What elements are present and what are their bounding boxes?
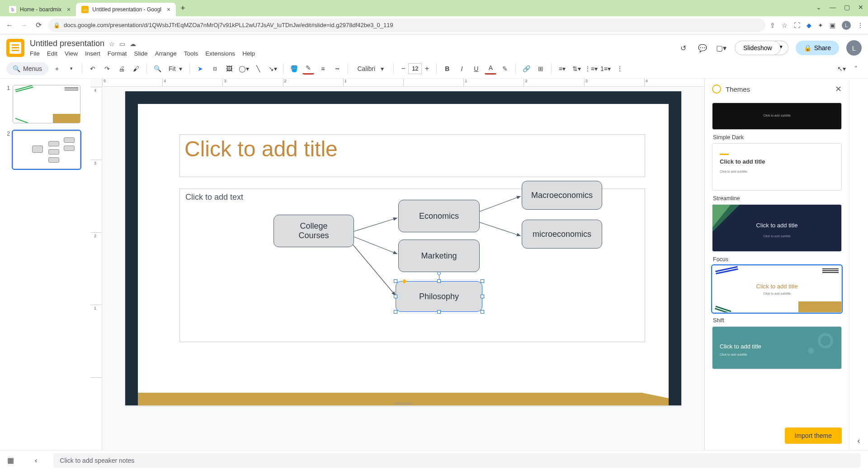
font-decrease-button[interactable]: − xyxy=(398,63,408,74)
node-macroeconomics[interactable]: Macroeconomics xyxy=(522,181,602,210)
import-theme-button[interactable]: Import theme xyxy=(785,428,842,444)
node-marketing[interactable]: Marketing xyxy=(398,240,480,272)
menu-insert[interactable]: Insert xyxy=(85,50,100,57)
line-spacing-icon[interactable]: ⇅▾ xyxy=(571,63,582,75)
camera-icon[interactable]: ⛶ xyxy=(794,22,800,29)
document-title[interactable]: Untitled presentation xyxy=(30,39,104,48)
zoom-icon[interactable]: 🔍 xyxy=(151,63,163,75)
comment-icon[interactable]: ⊞ xyxy=(535,63,547,75)
collapse-toolbar-icon[interactable]: ˄ xyxy=(850,63,862,75)
border-weight-icon[interactable]: ≡ xyxy=(317,63,329,75)
undo-icon[interactable]: ↶ xyxy=(87,63,99,75)
highlight-icon[interactable]: ✎ xyxy=(499,63,511,75)
select-tool-icon[interactable]: ➤ xyxy=(194,63,206,75)
theme-card-simple-dark[interactable]: Click to add subtitle xyxy=(712,103,842,130)
menus-search[interactable]: 🔍 Menus xyxy=(6,62,48,75)
move-icon[interactable]: ▭ xyxy=(119,40,125,47)
tab-close-icon[interactable]: × xyxy=(67,6,71,13)
tab-boardmix[interactable]: b Home - boardmix × xyxy=(4,3,76,16)
star-outline-icon[interactable]: ☆ xyxy=(109,40,115,47)
theme-card-teal[interactable]: Click to add title Click to add subtitle xyxy=(712,326,842,369)
chevron-down-icon[interactable]: ⌄ xyxy=(816,4,821,11)
slide-thumbnail-1[interactable] xyxy=(13,85,80,123)
share-button[interactable]: 🔒 Share xyxy=(796,41,839,55)
collapse-thumbs-icon[interactable]: ‹ xyxy=(35,456,37,465)
menu-extensions[interactable]: Extensions xyxy=(205,50,235,57)
new-tab-button[interactable]: + xyxy=(180,4,185,13)
node-economics[interactable]: Economics xyxy=(398,200,480,232)
node-philosophy[interactable]: Philosophy xyxy=(396,281,482,312)
cloud-icon[interactable]: ☁ xyxy=(130,40,136,47)
textbox-icon[interactable]: ⧈ xyxy=(209,63,221,75)
font-select[interactable]: Calibri ▾ xyxy=(353,64,389,73)
window-maximize-icon[interactable]: ▢ xyxy=(844,4,850,11)
profile-icon[interactable]: L xyxy=(842,21,851,30)
slide-canvas[interactable]: Click to add title Click to add text Col… xyxy=(125,91,681,405)
connector-icon[interactable]: ↘▾ xyxy=(267,63,278,75)
side-panel-icon[interactable]: ▣ xyxy=(830,22,835,29)
image-icon[interactable]: 🖼 xyxy=(223,63,235,75)
history-icon[interactable]: ↺ xyxy=(678,42,689,54)
node-microeconomics[interactable]: microeconomics xyxy=(522,220,602,249)
kebab-icon[interactable]: ⋮ xyxy=(857,22,863,29)
present-camera-icon[interactable]: ▢▾ xyxy=(716,42,727,54)
zoom-select[interactable]: Fit ▾ xyxy=(166,64,185,73)
star-icon[interactable]: ☆ xyxy=(782,22,788,29)
bold-icon[interactable]: B xyxy=(441,63,453,75)
resize-handle[interactable] xyxy=(394,279,397,283)
border-color-icon[interactable]: ✎ xyxy=(302,63,314,75)
resize-handle[interactable] xyxy=(481,310,484,314)
theme-card-streamline[interactable]: Click to add title Click to add subtitle xyxy=(712,143,842,191)
border-dash-icon[interactable]: ┅ xyxy=(331,63,343,75)
theme-card-focus[interactable]: Click to add title Click to add subtitle xyxy=(712,204,842,252)
slide-thumbnail-2[interactable] xyxy=(13,131,80,169)
more-icon[interactable]: ⋮ xyxy=(614,63,626,75)
slideshow-button[interactable]: Slideshow xyxy=(735,41,781,55)
new-slide-dropdown[interactable]: ▾ xyxy=(66,63,77,75)
pointer-mode-icon[interactable]: ↖▾ xyxy=(835,63,847,75)
back-icon[interactable]: ← xyxy=(5,20,14,30)
link-icon[interactable]: 🔗 xyxy=(520,63,532,75)
menu-slide[interactable]: Slide xyxy=(134,50,148,57)
grid-view-icon[interactable]: ▦ xyxy=(7,456,14,465)
url-field[interactable]: 🔒 docs.google.com/presentation/d/1QWsbJT… xyxy=(48,19,765,32)
puzzle-icon[interactable]: ✦ xyxy=(818,22,823,29)
theme-card-shift[interactable]: Click to add title Click to add subtitle xyxy=(712,265,842,313)
notes-drag-handle[interactable] xyxy=(394,403,412,404)
menu-edit[interactable]: Edit xyxy=(47,50,57,57)
resize-handle[interactable] xyxy=(437,310,441,314)
print-icon[interactable]: 🖨 xyxy=(116,63,127,75)
numbered-list-icon[interactable]: 1≡▾ xyxy=(599,63,611,75)
tab-close-icon[interactable]: × xyxy=(167,6,170,13)
forward-icon[interactable]: → xyxy=(19,20,29,30)
node-college-courses[interactable]: College Courses xyxy=(274,215,354,247)
screen-share-icon[interactable]: ⇪ xyxy=(770,22,775,29)
resize-handle[interactable] xyxy=(394,310,397,314)
window-minimize-icon[interactable]: — xyxy=(830,4,836,11)
window-close-icon[interactable]: ✕ xyxy=(858,4,863,11)
redo-icon[interactable]: ↷ xyxy=(101,63,113,75)
extension-icon[interactable]: ◆ xyxy=(807,22,811,29)
reload-icon[interactable]: ⟳ xyxy=(33,20,43,30)
paint-format-icon[interactable]: 🖌 xyxy=(130,63,142,75)
text-color-icon[interactable]: A xyxy=(485,63,496,75)
menu-tools[interactable]: Tools xyxy=(184,50,198,57)
shape-icon[interactable]: ◯▾ xyxy=(238,63,250,75)
font-size-input[interactable]: 12 xyxy=(408,63,422,74)
side-panel-toggle[interactable]: ‹ xyxy=(849,79,868,450)
font-increase-button[interactable]: + xyxy=(422,63,432,74)
align-icon[interactable]: ≡▾ xyxy=(556,63,568,75)
resize-handle[interactable] xyxy=(481,279,484,283)
new-slide-button[interactable]: + xyxy=(51,63,63,75)
fill-color-icon[interactable]: 🪣 xyxy=(288,63,300,75)
menu-view[interactable]: View xyxy=(65,50,78,57)
menu-format[interactable]: Format xyxy=(108,50,127,57)
tab-slides[interactable]: ▭ Untitled presentation - Googl × xyxy=(76,3,176,16)
slides-logo-icon[interactable] xyxy=(6,39,24,57)
underline-icon[interactable]: U xyxy=(470,63,482,75)
line-icon[interactable]: ╲ xyxy=(252,63,264,75)
close-icon[interactable]: ✕ xyxy=(835,84,842,94)
title-placeholder[interactable]: Click to add title xyxy=(179,134,645,177)
resize-handle[interactable] xyxy=(394,295,397,298)
speaker-notes[interactable]: Click to add speaker notes xyxy=(53,453,861,468)
